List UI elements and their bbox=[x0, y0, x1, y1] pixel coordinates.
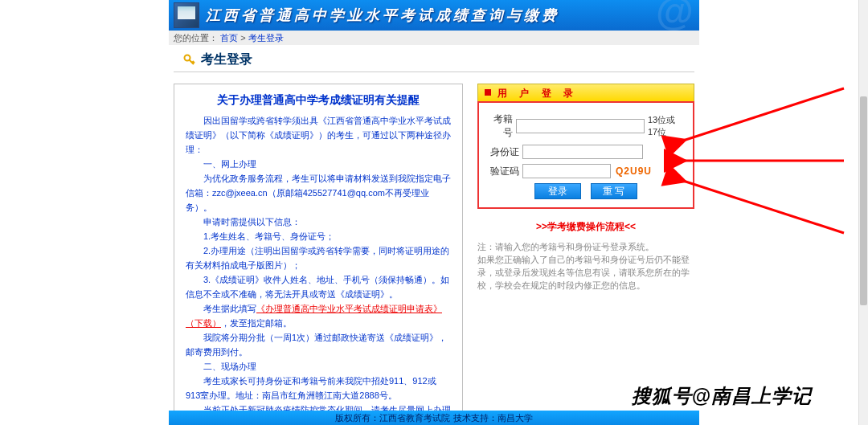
scrollbar-thumb[interactable] bbox=[860, 96, 867, 305]
notice-s2-p1: 考生或家长可持身份证和考籍号前来我院中招处911、912或913室办理。地址：南… bbox=[186, 374, 451, 403]
watermark: 搜狐号@南昌上学记 bbox=[632, 383, 812, 409]
notice-li1: 1.考生姓名、考籍号、身份证号； bbox=[186, 229, 451, 243]
login-button[interactable]: 登录 bbox=[534, 183, 581, 199]
login-caption: 用 户 登 录 bbox=[477, 84, 694, 101]
footer: 版权所有：江西省教育考试院 技术支持：南昌大学 bbox=[169, 411, 699, 425]
notice-s2-title: 二、现场办理 bbox=[186, 359, 451, 374]
breadcrumb-home-link[interactable]: 首页 bbox=[220, 33, 238, 43]
id-input[interactable] bbox=[522, 145, 643, 159]
login-note: 注：请输入您的考籍号和身份证号登录系统。 如果您正确输入了自己的考籍号和身份证号… bbox=[477, 240, 694, 292]
svg-line-3 bbox=[683, 181, 844, 233]
svg-line-1 bbox=[683, 88, 844, 141]
notice-s1-p2: 申请时需提供以下信息： bbox=[186, 215, 451, 229]
notice-panel: 关于办理普通高中学考成绩证明有关提醒 因出国留学或跨省转学须出具《江西省普通高中… bbox=[174, 84, 463, 425]
exam-no-label: 考籍号 bbox=[487, 112, 513, 140]
site-banner: 江西省普通高中学业水平考试成绩查询与缴费 @ bbox=[169, 0, 699, 31]
notice-s1-p3: 考生据此填写《办理普通高中学业水平考试成绩证明申请表》（下载），发至指定邮箱。 bbox=[186, 301, 451, 330]
breadcrumb-current: 考生登录 bbox=[248, 33, 284, 43]
at-decoration-icon: @ bbox=[655, 0, 693, 24]
exam-no-hint: 13位或17位 bbox=[648, 114, 685, 138]
section-header: 考生登录 bbox=[174, 47, 694, 72]
banner-title: 江西省普通高中学业水平考试成绩查询与缴费 bbox=[206, 6, 559, 25]
notice-p1: 因出国留学或跨省转学须出具《江西省普通高中学业水平考试成绩证明》（以下简称《成绩… bbox=[186, 113, 451, 157]
captcha-input[interactable] bbox=[522, 164, 611, 178]
breadcrumb: 您的位置： 首页 > 考生登录 bbox=[169, 31, 699, 45]
page-title: 考生登录 bbox=[201, 51, 252, 68]
notice-s1-title: 一、网上办理 bbox=[186, 157, 451, 171]
id-label: 身份证 bbox=[487, 145, 519, 159]
notice-heading: 关于办理普通高中学考成绩证明有关提醒 bbox=[186, 92, 451, 107]
captcha-image[interactable]: Q2U9U bbox=[616, 166, 652, 177]
notice-s1-p1: 为优化政务服务流程，考生可以将申请材料发送到我院指定电子信箱：zzc@jxeea… bbox=[186, 171, 451, 215]
login-box: 用 户 登 录 考籍号 13位或17位 身份证 验证码 Q2U9U bbox=[477, 84, 694, 209]
notice-s1-p4: 我院将分期分批（一周1次）通过邮政快递寄送《成绩证明》，邮寄费用到付。 bbox=[186, 330, 451, 359]
breadcrumb-sep: > bbox=[240, 33, 248, 43]
exam-no-input[interactable] bbox=[516, 119, 645, 133]
monitor-icon bbox=[174, 2, 199, 28]
key-icon bbox=[183, 54, 196, 67]
flow-link[interactable]: >>学考缴费操作流程<< bbox=[477, 220, 694, 234]
captcha-label: 验证码 bbox=[487, 165, 519, 178]
reset-button[interactable]: 重 写 bbox=[591, 183, 637, 199]
breadcrumb-label: 您的位置： bbox=[174, 33, 218, 43]
notice-li3: 3.《成绩证明》收件人姓名、地址、手机号（须保持畅通）。如信息不全或不准确，将无… bbox=[186, 272, 451, 301]
notice-li2: 2.办理用途（注明出国留学或跨省转学需要，同时将证明用途的有关材料拍成电子版图片… bbox=[186, 243, 451, 272]
scrollbar[interactable] bbox=[858, 0, 868, 425]
